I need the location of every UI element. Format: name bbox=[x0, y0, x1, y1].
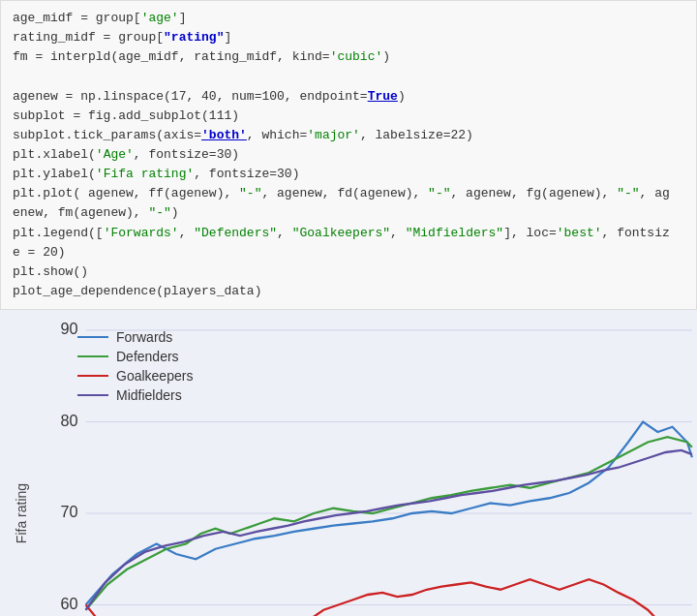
y-tick-90: 90 bbox=[60, 320, 77, 338]
y-tick-60: 60 bbox=[60, 595, 77, 613]
code-line-1: age_midf = group['age'] rating_midf = gr… bbox=[13, 11, 670, 298]
y-tick-80: 80 bbox=[60, 412, 77, 430]
line-goalkeepers bbox=[86, 579, 692, 616]
y-tick-70: 70 bbox=[60, 503, 77, 521]
y-axis-label-wrapper: Fifa rating bbox=[0, 310, 44, 616]
chart-container: Fifa rating Forwards Defenders Goalkeepe… bbox=[0, 310, 697, 616]
chart-svg: 90 80 70 60 50 bbox=[48, 310, 697, 616]
y-axis-label: Fifa rating bbox=[15, 483, 30, 543]
code-block: age_midf = group['age'] rating_midf = gr… bbox=[0, 0, 697, 310]
